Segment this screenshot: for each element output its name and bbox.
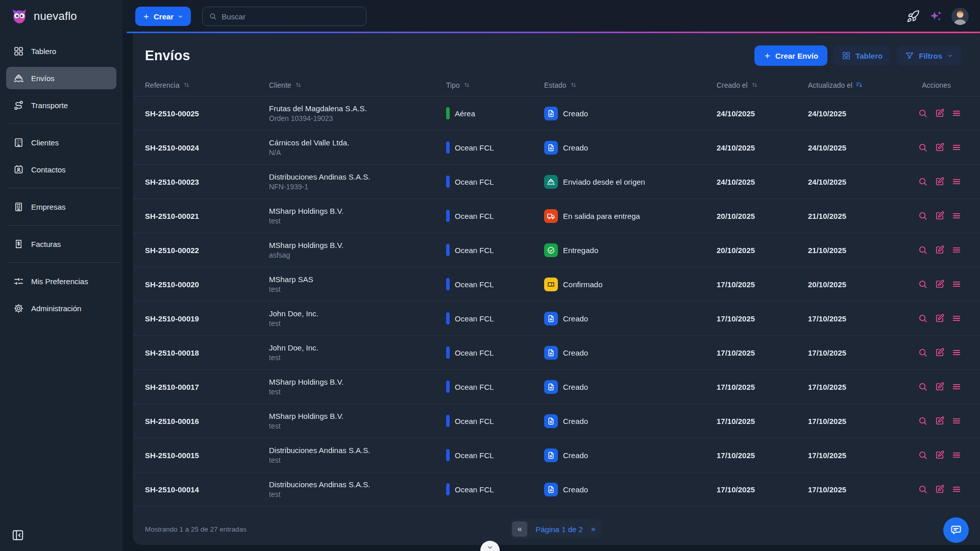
view-button[interactable]	[918, 142, 928, 153]
table-row[interactable]: SH-2510-00023 Distribuciones Andinas S.A…	[133, 165, 980, 199]
edit-button[interactable]	[935, 211, 945, 221]
table-row[interactable]: SH-2510-00014 Distribuciones Andinas S.A…	[133, 472, 980, 507]
client-name: MSharp Holdings B.V.	[269, 241, 446, 249]
table-row[interactable]: SH-2510-00016 MSharp Holdings B.V. test …	[133, 404, 980, 438]
row-menu-button[interactable]	[951, 279, 962, 289]
cell-cliente: MSharp Holdings B.V. test	[269, 412, 446, 430]
brand-logo[interactable]: nuevaflo	[0, 0, 122, 33]
row-menu-button[interactable]	[951, 245, 962, 255]
board-view-button[interactable]: Tablero	[834, 45, 891, 66]
route-icon	[13, 100, 24, 111]
sidebar-item[interactable]: Contactos	[6, 158, 116, 181]
user-avatar[interactable]	[951, 8, 969, 25]
prev-page-button[interactable]: «	[512, 521, 527, 537]
view-button[interactable]	[918, 177, 928, 187]
edit-button[interactable]	[935, 416, 945, 426]
edit-button[interactable]	[935, 245, 945, 255]
cell-cliente: Distribuciones Andinas S.A.S. NFN-1939-1	[269, 172, 446, 191]
table-row[interactable]: SH-2510-00018 John Doe, Inc. test Ocean …	[133, 336, 980, 370]
view-button[interactable]	[918, 313, 928, 323]
table-row[interactable]: SH-2510-00015 Distribuciones Andinas S.A…	[133, 438, 980, 472]
search-input[interactable]	[222, 12, 360, 21]
view-button[interactable]	[918, 450, 928, 460]
edit-button[interactable]	[935, 142, 945, 153]
table-row[interactable]: SH-2510-00020 MSharp SAS test Ocean FCL …	[133, 267, 980, 302]
chat-button[interactable]	[943, 517, 969, 543]
create-button[interactable]: Crear	[135, 7, 191, 26]
shipment-type-label: Ocean FCL	[455, 246, 494, 255]
column-header[interactable]: Tipo	[446, 81, 544, 89]
column-header[interactable]: Cliente	[269, 81, 446, 89]
edit-button[interactable]	[935, 382, 945, 392]
row-menu-button[interactable]	[951, 211, 962, 221]
row-menu-button[interactable]	[951, 177, 962, 187]
row-menu-button[interactable]	[951, 108, 962, 118]
sidebar-item[interactable]: Transporte	[6, 94, 116, 116]
edit-button[interactable]	[935, 450, 945, 460]
view-button[interactable]	[918, 484, 928, 494]
view-button[interactable]	[918, 245, 928, 255]
column-header[interactable]: Creado el	[717, 81, 808, 89]
collapse-sidebar-button[interactable]	[11, 529, 24, 542]
edit-button[interactable]	[935, 279, 945, 289]
sidebar-item[interactable]: Envíos	[6, 67, 116, 89]
global-search	[202, 7, 366, 26]
table-row[interactable]: SH-2510-00019 John Doe, Inc. test Ocean …	[133, 302, 980, 336]
table-row[interactable]: SH-2510-00017 MSharp Holdings B.V. test …	[133, 370, 980, 404]
column-header-label: Tipo	[446, 81, 460, 89]
create-shipment-button[interactable]: Crear Envío	[754, 45, 827, 66]
rocket-icon[interactable]	[906, 10, 920, 23]
edit-button[interactable]	[935, 177, 945, 187]
pagination: « Página 1 de 2 »	[510, 519, 602, 539]
cell-estado: Creado	[544, 380, 717, 394]
cell-referencia: SH-2510-00020	[145, 280, 269, 289]
cell-actualizado: 17/10/2025	[808, 451, 913, 460]
view-button[interactable]	[918, 108, 928, 118]
sidebar-item[interactable]: Clientes	[6, 131, 116, 154]
row-menu-button[interactable]	[951, 416, 962, 426]
row-menu-button[interactable]	[951, 484, 962, 494]
edit-button[interactable]	[935, 484, 945, 494]
table-footer: Mostrando 1 a 25 de 27 entradas « Página…	[133, 513, 980, 545]
column-header[interactable]: Actualizado el	[808, 81, 913, 89]
cell-actualizado: 20/10/2025	[808, 280, 913, 289]
sidebar-item[interactable]: Tablero	[6, 40, 116, 62]
sidebar-item[interactable]: Facturas	[6, 233, 116, 255]
cell-referencia: SH-2510-00016	[145, 417, 269, 425]
cell-estado: Enviado desde el origen	[544, 175, 717, 189]
table-row[interactable]: SH-2510-00022 MSharp Holdings B.V. asfsa…	[133, 233, 980, 267]
chevron-down-icon	[486, 543, 494, 551]
view-button[interactable]	[918, 416, 928, 426]
table-row[interactable]: SH-2510-00025 Frutas del Magdalena S.A.S…	[133, 96, 980, 131]
table-row[interactable]: SH-2510-00021 MSharp Holdings B.V. test …	[133, 199, 980, 233]
view-button[interactable]	[918, 211, 928, 221]
filters-button[interactable]: Filtros	[897, 45, 962, 66]
sparkles-icon[interactable]	[929, 10, 942, 23]
client-name: Distribuciones Andinas S.A.S.	[269, 172, 446, 181]
edit-button[interactable]	[935, 347, 945, 358]
shipment-type-indicator	[446, 176, 450, 188]
column-header[interactable]: Referencia	[145, 81, 269, 89]
chevron-down-icon	[947, 53, 953, 59]
sidebar-item[interactable]: Empresas	[6, 195, 116, 218]
row-menu-button[interactable]	[951, 142, 962, 153]
edit-button[interactable]	[935, 108, 945, 118]
view-button[interactable]	[918, 279, 928, 289]
cell-cliente: Distribuciones Andinas S.A.S. test	[269, 446, 446, 464]
edit-button[interactable]	[935, 313, 945, 323]
row-menu-button[interactable]	[951, 347, 962, 358]
sidebar-item[interactable]: Administración	[6, 297, 116, 319]
view-button[interactable]	[918, 347, 928, 358]
column-header[interactable]: Estado	[544, 81, 717, 89]
row-menu-button[interactable]	[951, 313, 962, 323]
status-label: Enviado desde el origen	[563, 178, 645, 186]
view-button[interactable]	[918, 382, 928, 392]
sidebar-item[interactable]: Mis Preferencias	[6, 270, 116, 292]
next-page-button[interactable]: »	[591, 524, 601, 534]
create-button-label: Crear	[154, 12, 174, 21]
row-menu-button[interactable]	[951, 450, 962, 460]
client-reference: asfsag	[269, 251, 446, 259]
row-menu-button[interactable]	[951, 382, 962, 392]
cell-cliente: Frutas del Magdalena S.A.S. Orden 10394-…	[269, 104, 446, 122]
table-row[interactable]: SH-2510-00024 Cárnicos del Valle Ltda. N…	[133, 131, 980, 165]
